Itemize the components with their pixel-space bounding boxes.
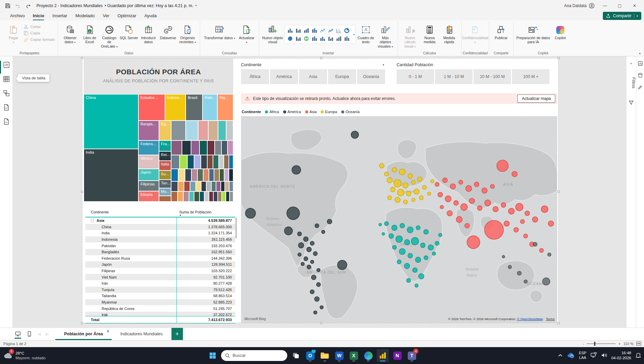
report-canvas[interactable]: POBLACIÓN POR ÁREA ANÁLISIS DE POBLACIÓN… xyxy=(13,56,626,328)
map-bubble-america[interactable] xyxy=(327,219,332,224)
zoom-slider-thumb[interactable] xyxy=(594,342,595,346)
treemap-node[interactable]: Italia xyxy=(159,161,171,171)
word-icon[interactable]: W xyxy=(333,349,345,362)
map-bubble-africa[interactable] xyxy=(392,225,397,231)
map-bubble-oceania[interactable] xyxy=(502,255,505,258)
treemap-node[interactable] xyxy=(214,169,219,181)
treemap-node[interactable] xyxy=(219,169,224,181)
map-bubble-asia[interactable] xyxy=(456,216,462,223)
table-row[interactable]: Federacion Rusa144.342.396 xyxy=(85,255,235,262)
fit-to-page-icon[interactable] xyxy=(636,341,641,346)
map-bubble-asia[interactable] xyxy=(467,236,480,249)
treemap-node[interactable] xyxy=(171,181,178,191)
treemap-node[interactable] xyxy=(206,181,211,191)
treemap-node[interactable] xyxy=(186,121,198,140)
map-bubble-africa[interactable] xyxy=(404,263,410,269)
map-bubble-africa[interactable] xyxy=(399,249,405,255)
treemap-node[interactable] xyxy=(201,155,207,169)
map-bubble-africa[interactable] xyxy=(404,239,410,245)
filters-pane-label[interactable]: Filtros xyxy=(626,73,636,93)
treemap-node[interactable]: China xyxy=(84,94,138,149)
map-bubble-america[interactable] xyxy=(306,247,311,252)
save-icon[interactable] xyxy=(3,1,13,10)
map-bubble-asia[interactable] xyxy=(474,182,479,187)
file-explorer-icon[interactable] xyxy=(319,349,331,362)
treemap-node[interactable] xyxy=(229,181,233,191)
map-bubble-africa[interactable] xyxy=(396,236,402,242)
treemap-node[interactable] xyxy=(171,155,180,169)
treemap-node[interactable] xyxy=(209,169,214,181)
map-bubble-oceania[interactable] xyxy=(542,278,550,285)
visual-line-icon[interactable] xyxy=(319,27,326,34)
map-bubble-america[interactable] xyxy=(298,243,304,248)
treemap-node[interactable]: Su... xyxy=(159,171,171,180)
task-view-button[interactable] xyxy=(290,349,302,362)
new-measure-button[interactable]: Nueva medida xyxy=(420,23,439,44)
treemap-node[interactable] xyxy=(213,191,218,202)
zoom-out-button[interactable]: - xyxy=(583,342,584,346)
treemap-node[interactable] xyxy=(178,169,185,181)
table-row[interactable]: Bangladés162.951.560 xyxy=(85,249,235,255)
get-data-button[interactable]: Obtener datos ▾ xyxy=(61,23,80,44)
map-bubble-africa[interactable] xyxy=(438,233,442,237)
map-bubble-asia[interactable] xyxy=(501,203,506,207)
map-bubble-oceania[interactable] xyxy=(548,253,551,256)
visual-scatter-icon[interactable] xyxy=(335,27,343,34)
teams-icon[interactable]: T4 xyxy=(406,349,418,362)
treemap-node[interactable] xyxy=(187,155,194,169)
model-view-button[interactable] xyxy=(2,89,10,97)
map-bubble-asia[interactable] xyxy=(447,211,452,216)
treemap-node[interactable]: México xyxy=(138,155,159,169)
new-visual-button[interactable]: Nuevo objeto visual xyxy=(262,23,284,44)
map-bubble-asia[interactable] xyxy=(485,220,504,239)
map-bubble-europa[interactable] xyxy=(399,169,405,175)
map-bubble-asia[interactable] xyxy=(514,228,518,232)
map-bubble-america[interactable] xyxy=(314,311,317,314)
treemap-node[interactable]: Rei... xyxy=(159,151,171,161)
data-pane-icon[interactable] xyxy=(636,73,644,78)
filters-pane-collapsed[interactable]: « Filtros xyxy=(626,56,636,328)
map-bubble-europa[interactable] xyxy=(412,198,415,202)
table-header[interactable]: Continente Suma de Población▼ xyxy=(85,208,235,217)
redo-icon[interactable] xyxy=(23,1,33,10)
map-bubble-asia[interactable] xyxy=(490,184,494,188)
slicer-option-Europa[interactable]: Europa xyxy=(328,69,356,84)
visual-stacked-column-icon[interactable] xyxy=(295,27,302,34)
map-bubble-asia[interactable] xyxy=(504,221,509,226)
map-bubble-asia[interactable] xyxy=(477,206,482,210)
treemap-node[interactable] xyxy=(216,181,220,191)
map-bubble-asia[interactable] xyxy=(450,184,456,189)
map-bubble-africa[interactable] xyxy=(416,226,420,230)
report-page[interactable]: POBLACIÓN POR ÁREA ANÁLISIS DE POBLACIÓN… xyxy=(82,58,559,323)
map-bubble-africa[interactable] xyxy=(411,237,419,245)
treemap-node[interactable]: Eg... xyxy=(159,121,171,140)
map-bubble-asia[interactable] xyxy=(469,198,475,204)
map-bubble-africa[interactable] xyxy=(421,243,425,248)
legend-item-América[interactable]: América xyxy=(283,110,301,114)
map-bubble-africa[interactable] xyxy=(407,279,411,283)
treemap-node[interactable] xyxy=(211,181,216,191)
treemap-node[interactable] xyxy=(229,155,233,169)
resize-handle[interactable] xyxy=(81,57,83,59)
map-bubble-africa[interactable] xyxy=(379,223,381,226)
treemap-node[interactable] xyxy=(191,140,199,155)
map-bubble-asia[interactable] xyxy=(493,206,498,212)
treemap-node[interactable] xyxy=(226,121,233,140)
map-bubble-africa[interactable] xyxy=(415,257,421,262)
table-row[interactable]: Irak37.202.572 xyxy=(85,312,235,316)
map-bubble-asia[interactable] xyxy=(435,182,439,186)
treemap-node[interactable]: Indone... xyxy=(165,94,186,121)
table-row[interactable]: República de Corea51.245.707 xyxy=(85,305,235,312)
map-bubble-asia[interactable] xyxy=(541,206,548,212)
map-bubble-america[interactable] xyxy=(297,232,301,236)
map-bubble-africa[interactable] xyxy=(408,253,412,258)
table-row[interactable]: Asia4.539.589.877 xyxy=(85,217,235,224)
map-bubble-africa[interactable] xyxy=(382,233,385,235)
visual-table-icon[interactable] xyxy=(335,35,343,42)
map-bubble-europa[interactable] xyxy=(391,187,395,192)
menu-insertar[interactable]: Insertar xyxy=(48,12,71,20)
treemap-node[interactable] xyxy=(224,169,229,181)
map-bubble-africa[interactable] xyxy=(424,256,428,260)
map-bubble-america[interactable] xyxy=(292,165,301,174)
report-view-button[interactable] xyxy=(2,61,10,69)
